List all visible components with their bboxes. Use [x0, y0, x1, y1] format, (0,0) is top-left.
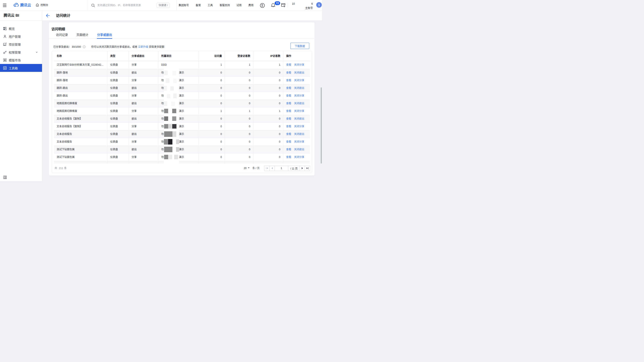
- sidebar-item-project-management[interactable]: 项目管理: [0, 40, 42, 48]
- close-share-link[interactable]: 关闭分享: [294, 140, 304, 143]
- account-info[interactable]: 10 6 主账号: [292, 2, 313, 10]
- col-header-actions: 操作: [284, 51, 310, 61]
- tab-share-or-embed[interactable]: 分享或嵌出: [97, 32, 112, 39]
- page-scrollbar-thumb[interactable]: [321, 87, 322, 164]
- current-page-input[interactable]: 1: [275, 166, 288, 171]
- view-link[interactable]: 查看: [286, 156, 291, 159]
- cell-share-or-embed: 分享: [129, 153, 158, 161]
- cell-share-or-embed: 分享: [129, 61, 158, 69]
- tab-page-stats[interactable]: 页面统计: [76, 32, 88, 39]
- sidebar-item-template-market[interactable]: 模版市场: [0, 56, 42, 64]
- sidebar-item-label: 项目管理: [9, 42, 21, 46]
- project-prefix: 勿: [161, 79, 164, 82]
- close-share-link[interactable]: 关闭嵌出: [294, 133, 304, 136]
- cell-ip-visitors: 0: [253, 123, 284, 130]
- view-link[interactable]: 查看: [286, 110, 291, 113]
- cell-actions: 查看关闭分享: [284, 92, 310, 100]
- cell-name: 文本总结报告【复制】: [54, 115, 108, 123]
- back-arrow-icon[interactable]: [46, 13, 50, 18]
- cell-actions: 查看关闭分享: [284, 153, 310, 161]
- project-suffix: 演示: [179, 148, 184, 151]
- cloud-icon: [13, 3, 19, 7]
- close-share-link[interactable]: 关闭分享: [294, 79, 304, 82]
- cell-visits: 0: [198, 130, 225, 138]
- top-nav-item[interactable]: 费用: [248, 0, 254, 11]
- table-row: 测试下钻面包屑 仪表盘 分享 勿演示 0 0 0 查看关闭分享: [54, 153, 310, 161]
- mosaic-block: [168, 139, 172, 145]
- avatar[interactable]: 1: [316, 2, 322, 8]
- download-data-button[interactable]: 下载数据: [290, 43, 309, 49]
- sidebar-item-toolbox[interactable]: 工具箱: [0, 64, 42, 72]
- view-link[interactable]: 查看: [286, 140, 291, 143]
- close-share-link[interactable]: 关闭分享: [294, 110, 304, 113]
- cell-ip-visitors: 0: [253, 153, 284, 161]
- view-link[interactable]: 查看: [286, 63, 291, 66]
- cell-name: 文本总结报告: [54, 138, 108, 146]
- close-share-link[interactable]: 关闭分享: [294, 125, 304, 128]
- prev-page-button[interactable]: [270, 166, 275, 171]
- sidebar-item-overview[interactable]: 概览: [0, 24, 42, 32]
- close-share-link[interactable]: 关闭嵌出: [294, 86, 304, 89]
- cell-ip-visitors: 0: [253, 138, 284, 146]
- mosaic-block: [164, 70, 168, 75]
- view-link[interactable]: 查看: [286, 79, 291, 82]
- view-link[interactable]: 查看: [286, 148, 291, 151]
- view-link[interactable]: 查看: [286, 94, 291, 97]
- mosaic-block: [168, 155, 172, 159]
- top-nav-item[interactable]: 工具: [208, 0, 213, 11]
- last-page-button[interactable]: [305, 166, 310, 171]
- first-page-button[interactable]: [264, 166, 270, 171]
- view-link[interactable]: 查看: [286, 71, 291, 74]
- info-icon[interactable]: [83, 45, 86, 48]
- top-nav-item[interactable]: 集团账号: [178, 0, 189, 11]
- menu-icon[interactable]: [3, 3, 6, 7]
- cell-type: 仪表盘: [108, 61, 129, 69]
- console-home-link[interactable]: 控制台: [36, 3, 48, 6]
- table-row: 地图底图切换维度 仪表盘 嵌出 勿演示 0 0 0 查看关闭嵌出: [54, 100, 310, 107]
- cell-share-or-embed: 分享: [129, 77, 158, 84]
- close-share-link[interactable]: 关闭嵌出: [294, 102, 304, 105]
- collapse-sidebar-icon[interactable]: [3, 176, 7, 179]
- sidebar-item-permission-management[interactable]: 权限管理: [0, 48, 42, 56]
- console-settings-icon[interactable]: [281, 3, 286, 7]
- community-icon[interactable]: [260, 3, 265, 8]
- circle-s-icon: [260, 3, 265, 8]
- search-icon: [91, 4, 95, 7]
- page-size-select[interactable]: 20条 / 页: [244, 164, 260, 173]
- cell-actions: 查看关闭嵌出: [284, 130, 310, 138]
- close-share-link[interactable]: 关闭嵌出: [294, 148, 304, 151]
- close-share-link[interactable]: 关闭嵌出: [294, 71, 304, 74]
- project-suffix: 演示: [179, 117, 184, 120]
- view-link[interactable]: 查看: [286, 102, 291, 105]
- upgrade-link[interactable]: 立即升级: [138, 45, 148, 48]
- cell-visits: 0: [198, 92, 225, 100]
- col-header-type: 类型: [108, 51, 129, 61]
- tencent-cloud-logo[interactable]: 腾讯云: [13, 2, 31, 7]
- view-link[interactable]: 查看: [286, 117, 291, 120]
- top-nav-item[interactable]: 客服支持: [220, 0, 230, 11]
- top-nav-item[interactable]: 试用: [236, 0, 242, 11]
- tab-visit-records[interactable]: 访问记录: [56, 32, 68, 39]
- resource-search[interactable]: 支持通过实例ID、IP、名称等搜索资源 快捷键 /: [87, 0, 176, 11]
- top-navbar: 腾讯云 控制台 支持通过实例ID、IP、名称等搜索资源 快捷键 / 集团账号备案…: [0, 0, 322, 11]
- close-share-link[interactable]: 关闭分享: [294, 63, 304, 66]
- cell-login-visitors: 0: [225, 77, 253, 84]
- cell-share-or-embed: 嵌出: [129, 130, 158, 138]
- cell-type: 仪表盘: [108, 77, 129, 84]
- view-link[interactable]: 查看: [286, 86, 291, 89]
- sidebar-item-user-management[interactable]: 用户管理: [0, 32, 42, 40]
- cell-type: 仪表盘: [108, 153, 129, 161]
- close-share-link[interactable]: 关闭嵌出: [294, 117, 304, 120]
- view-link[interactable]: 查看: [286, 133, 291, 136]
- close-share-link[interactable]: 关闭分享: [294, 94, 304, 97]
- col-header-share-or-embed: 分享或嵌出: [129, 51, 158, 61]
- cell-ip-visitors: 0: [253, 146, 284, 153]
- close-share-link[interactable]: 关闭分享: [294, 156, 304, 159]
- next-page-button[interactable]: [300, 166, 305, 171]
- view-link[interactable]: 查看: [286, 125, 291, 128]
- content: 访问明细 访问记录 页面统计 分享或嵌出 已分享及嵌出：30/1000你可以关闭…: [42, 21, 322, 181]
- top-nav-item[interactable]: 备案: [196, 0, 201, 11]
- notification-count-badge[interactable]: 72: [275, 1, 280, 5]
- cell-ip-visitors: 0: [253, 100, 284, 107]
- cell-name: 跳转-跳出: [54, 84, 108, 92]
